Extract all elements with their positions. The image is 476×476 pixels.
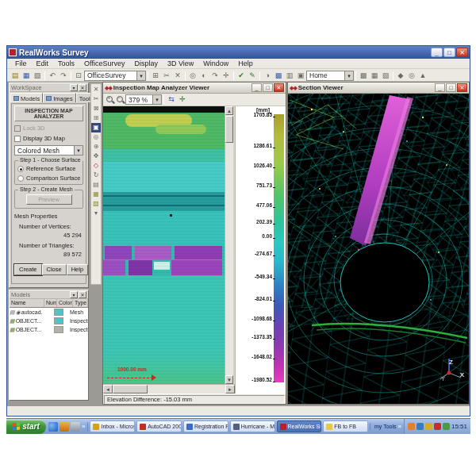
panel-close-icon[interactable]: ✕ — [79, 291, 86, 298]
menu-3dview[interactable]: 3D View — [163, 60, 198, 67]
chart-icon[interactable]: ▩ — [273, 71, 284, 81]
tray-icon[interactable] — [443, 423, 450, 430]
section-viewer-canvas[interactable]: Z X Y — [288, 94, 469, 404]
panel-pin-icon[interactable]: ▾ — [70, 84, 78, 91]
maximize-button[interactable]: □ — [446, 83, 456, 92]
scroll-right-icon[interactable]: ► — [225, 385, 235, 393]
close-panel-button[interactable]: Close — [42, 264, 67, 275]
minimize-button[interactable]: _ — [431, 48, 443, 57]
tray-icon[interactable] — [416, 423, 424, 430]
target-icon[interactable]: ⊕ — [91, 142, 101, 152]
my-tools-toolbar[interactable]: my Tools » — [370, 423, 404, 430]
rotate-icon[interactable]: ↷ — [209, 71, 221, 81]
maximize-button[interactable]: □ — [443, 48, 455, 57]
reference-surface-radio[interactable] — [17, 166, 24, 172]
measure-icon[interactable]: ▧ — [91, 199, 101, 209]
grid-icon[interactable]: ▥ — [284, 71, 295, 81]
col-num[interactable]: Num... — [44, 299, 57, 307]
examine-icon[interactable]: ◎ — [91, 132, 101, 142]
delete-icon[interactable]: ✕ — [172, 71, 183, 81]
shade-icon[interactable]: ◐ — [198, 71, 209, 81]
circle-icon[interactable]: ◎ — [406, 71, 417, 81]
zoom-window-icon[interactable]: ▤ — [91, 180, 101, 190]
task-registration-report[interactable]: Registration Rep... — [183, 420, 228, 432]
chevron-down-icon[interactable]: ▾ — [344, 71, 353, 80]
panel-pin-icon[interactable]: ▾ — [70, 291, 78, 298]
zoom-out-icon[interactable]: − — [115, 94, 125, 105]
redo-icon[interactable]: ↷ — [58, 71, 69, 81]
rotate-icon[interactable]: ↻ — [91, 171, 101, 180]
close-button[interactable]: ✕ — [456, 48, 468, 57]
menu-window[interactable]: Window — [198, 60, 233, 67]
split-icon[interactable]: ▧ — [380, 71, 391, 81]
help-button[interactable]: Help — [67, 264, 88, 275]
pan-icon[interactable]: ✥ — [91, 152, 101, 161]
mode-combobox[interactable]: OfficeSurvey ▾ — [84, 71, 146, 81]
col-color[interactable]: Color — [57, 299, 73, 307]
pan-icon[interactable]: ⇆ — [166, 94, 177, 105]
show-desktop-icon[interactable] — [71, 422, 80, 432]
crosshair-icon[interactable]: ✛ — [221, 71, 232, 81]
up-icon[interactable]: ▲ — [417, 71, 428, 81]
scroll-left-icon[interactable]: ◄ — [103, 385, 113, 393]
start-button[interactable]: start — [6, 420, 46, 434]
frame-icon[interactable]: ▣ — [295, 71, 306, 81]
task-hurricane[interactable]: Hurricane - Micro... — [230, 420, 275, 432]
tray-icon[interactable] — [425, 423, 432, 430]
more-icon[interactable]: ▾ — [91, 209, 101, 218]
pick-icon[interactable]: ◇ — [91, 161, 101, 171]
tab-models[interactable]: Models — [10, 93, 43, 102]
delete-icon[interactable]: ✕ — [91, 85, 101, 94]
table-row[interactable]: ▦OBJECT... Inspectio — [10, 317, 88, 325]
main-titlebar[interactable]: RealWorks Survey _ □ ✕ — [7, 46, 470, 59]
minimize-button[interactable]: _ — [251, 83, 262, 92]
tray-icon[interactable] — [408, 423, 415, 430]
sampling-icon[interactable]: ▣ — [91, 123, 101, 132]
scroll-up-icon[interactable]: ▲ — [225, 106, 233, 115]
table-row[interactable]: ▤◉autocad... Mesh — [10, 308, 88, 317]
section-viewer-titlebar[interactable]: ◆◆ Section Viewer _ □ ✕ — [288, 83, 469, 94]
zoom-in-icon[interactable]: + — [105, 94, 115, 105]
tray-icon[interactable] — [434, 423, 441, 430]
segment-delete-icon[interactable]: ⊠ — [91, 104, 101, 113]
col-name[interactable]: Name — [10, 299, 44, 307]
display3d-checkbox[interactable] — [14, 136, 21, 142]
panel-close-icon[interactable]: ✕ — [79, 84, 86, 91]
view-icon[interactable]: ◎ — [187, 71, 198, 81]
chevron-icon[interactable]: » — [82, 423, 85, 430]
segment-add-icon[interactable]: ⊞ — [91, 113, 101, 123]
menu-display[interactable]: Display — [129, 60, 163, 67]
chevron-icon[interactable]: » — [398, 423, 401, 430]
maximize-button[interactable]: □ — [263, 83, 273, 92]
create-button[interactable]: Create — [14, 264, 42, 275]
task-realworks-survey[interactable]: RealWorks Survey — [277, 420, 322, 432]
chevron-down-icon[interactable]: ▾ — [136, 71, 145, 80]
crosshair-icon[interactable]: ✛ — [177, 94, 188, 105]
edit-icon[interactable]: ✎ — [247, 71, 258, 81]
comparison-surface-radio[interactable] — [17, 175, 24, 182]
save-icon[interactable]: ▦ — [21, 71, 32, 81]
segment-icon[interactable]: ⊞ — [150, 71, 161, 81]
inspection-map-canvas[interactable]: 1000.00 mm — [103, 106, 225, 384]
contrast-icon[interactable]: ◑ — [262, 71, 273, 81]
scrollbar-thumb[interactable] — [113, 385, 148, 393]
mesh-type-combobox[interactable]: Colored Mesh ▾ — [14, 145, 83, 155]
tab-images[interactable]: Images — [43, 93, 76, 102]
zoom-level-combobox[interactable]: 379 % ▾ — [125, 94, 162, 105]
scroll-down-icon[interactable]: ▼ — [225, 375, 233, 384]
task-fb-to-fb[interactable]: FB to FB — [323, 420, 368, 432]
col-type[interactable]: Type — [73, 299, 88, 307]
outlook-icon[interactable] — [60, 422, 69, 432]
cut-icon[interactable]: ✂ — [161, 71, 172, 81]
chevron-down-icon[interactable]: ▾ — [152, 95, 161, 104]
cascade-icon[interactable]: ▩ — [358, 71, 369, 81]
print-icon[interactable]: ▧ — [32, 71, 43, 81]
minimize-button[interactable]: _ — [435, 83, 445, 92]
menu-officesurvey[interactable]: OfficeSurvey — [79, 60, 129, 67]
task-autocad[interactable]: AutoCAD 2002 — [136, 420, 182, 432]
lock-icon[interactable]: ▦ — [91, 190, 101, 199]
map-vertical-scrollbar[interactable]: ▲ ▼ — [225, 106, 233, 384]
view-combobox[interactable]: Home ▾ — [306, 71, 354, 81]
internet-explorer-icon[interactable] — [48, 422, 58, 432]
menu-edit[interactable]: Edit — [32, 60, 54, 67]
